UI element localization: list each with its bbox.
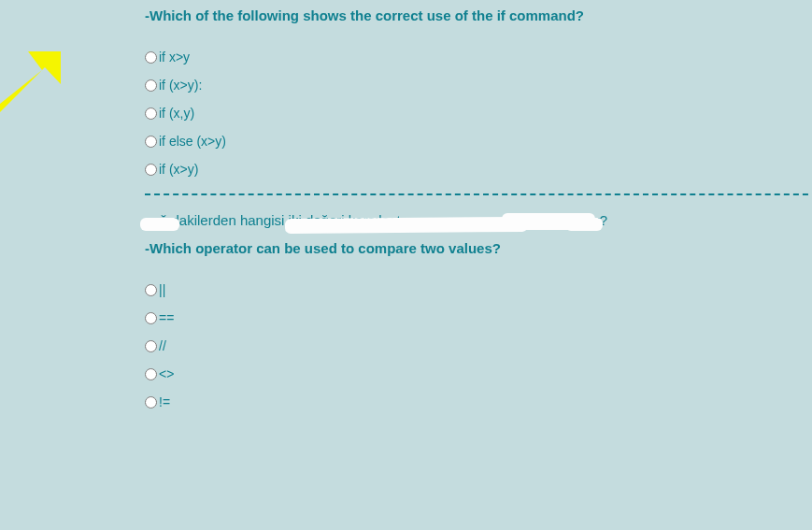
question-1-prompt: -Which of the following shows the correc… — [145, 7, 812, 23]
q2-option[interactable]: // — [145, 338, 812, 353]
q2-radio-0[interactable] — [145, 284, 157, 296]
q2-option-label: != — [159, 394, 170, 409]
obscured-turkish-line: - ğıdakilerden hangisi iki değeri karşıl… — [145, 212, 812, 235]
q2-option[interactable]: || — [145, 282, 812, 297]
q1-radio-0[interactable] — [145, 51, 157, 64]
q1-option-label: if (x,y) — [159, 106, 194, 121]
q2-option[interactable]: == — [145, 310, 812, 325]
q2-option-label: || — [159, 282, 165, 297]
q1-option[interactable]: if (x>y) — [145, 162, 812, 177]
whiteout-mark — [140, 218, 179, 231]
question-divider — [145, 193, 812, 195]
q2-radio-1[interactable] — [145, 312, 157, 324]
q2-option-label: <> — [159, 366, 174, 381]
q1-option-label: if x>y — [159, 50, 190, 64]
q2-radio-3[interactable] — [145, 368, 157, 380]
q2-option[interactable]: != — [145, 394, 812, 409]
question-2-options: || == // <> != — [145, 282, 812, 409]
q1-radio-2[interactable] — [145, 107, 157, 120]
question-1-options: if x>y if (x>y): if (x,y) if else (x>y) … — [145, 50, 812, 177]
q2-option[interactable]: <> — [145, 366, 812, 381]
q2-option-label: // — [159, 338, 166, 353]
whiteout-mark — [565, 218, 603, 231]
q2-radio-4[interactable] — [145, 396, 157, 408]
q1-option-label: if (x>y) — [159, 162, 198, 177]
q1-option[interactable]: if x>y — [145, 50, 812, 64]
q1-radio-1[interactable] — [145, 79, 157, 92]
question-2-prompt: -Which operator can be used to compare t… — [145, 240, 812, 256]
q2-radio-2[interactable] — [145, 340, 157, 352]
q1-option[interactable]: if (x>y): — [145, 78, 812, 93]
q1-option[interactable]: if else (x>y) — [145, 134, 812, 149]
whiteout-mark — [285, 217, 528, 234]
quiz-content: -Which of the following shows the correc… — [0, 0, 812, 409]
q1-radio-4[interactable] — [145, 164, 157, 176]
q1-option-label: if else (x>y) — [159, 134, 226, 149]
q1-option-label: if (x>y): — [159, 78, 202, 93]
q2-option-label: == — [159, 310, 174, 325]
q1-radio-3[interactable] — [145, 136, 157, 148]
q1-option[interactable]: if (x,y) — [145, 106, 812, 121]
